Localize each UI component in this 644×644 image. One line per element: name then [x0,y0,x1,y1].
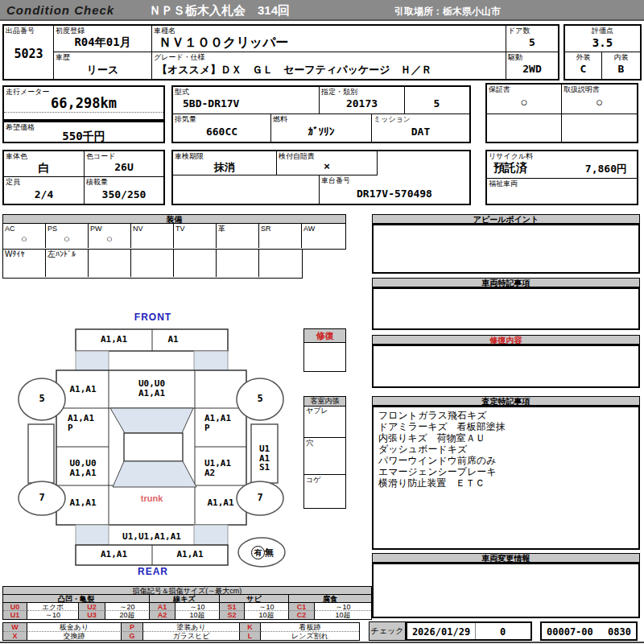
mark-rear-left: A1,A1 [57,498,109,508]
mark-front-bumper-left: A1,A1 [76,335,152,345]
odometer-box: 走行メーター 66,298km [2,85,165,121]
legend-value: 板金あり [27,623,122,632]
equipment-table: 装備 AC ○ PS ○ PW ○ NV TV 革 [2,214,346,279]
legend-group-corrosion: 腐食 [289,595,371,603]
check-time-value: 0830 [608,626,631,638]
class-value-1: 20173 [320,97,404,109]
legend-code: K [240,623,261,632]
mark-left-quarter-line1: U0,U0 [57,459,109,469]
equip-extra-7 [259,250,302,277]
repair-mark-box: 修復 [303,328,346,372]
legend-value: 10超 [315,611,371,619]
change-info-content [372,563,640,618]
mark-rear-bumper-left: A1,A1 [76,550,152,559]
recycle-status: 預託済 [493,161,527,175]
equip-value-ps: ○ [46,233,88,245]
mission-label: ミッション [374,115,411,123]
score-box: 評価点 3.5 外装 C 内装 B [564,24,642,80]
mark-hood-line1: U0,U0 [109,379,195,389]
cabin-item-tear-label: ヤブレ [306,407,328,415]
grade-cell: グレード・仕様 【オススメ】ＤＸ ＧＬ セーフティパッケージ Ｈ／Ｒ [152,52,506,79]
front-right-wheel-count: 5 [249,394,271,404]
legend-group-dent: 凸凹・亀裂 [3,595,150,603]
warranty-box: 保証書 ○ 取扱説明書 ○ [485,83,638,143]
equip-extra-4 [131,250,174,277]
warranty-label: 保証書 [489,85,510,93]
mark-right-quarter-line1: U1,A1 [204,459,231,469]
manual-cell: 取扱説明書 ○ [562,85,637,114]
drive-cell: 駆動 2WD [506,52,558,79]
legend-value: ～10 [245,603,289,611]
spare-yes-circled: 有 [251,546,265,559]
mark-right-door-line2: P [204,423,231,433]
cabin-item-burn: コゲ [304,474,345,508]
rear-left-wheel-count: 7 [31,493,53,503]
mark-right-quarter-line2: A2 [204,469,231,478]
legend-title: 損傷記号＆損傷サイズ(～最大cm) [3,587,371,595]
warranty-value: ○ [487,95,561,109]
first-reg-value: R04年01月 [54,35,151,50]
mark-front-bumper-right: A1 [152,335,194,345]
rear-window-shape [113,461,196,487]
legend-code: A1 [150,603,175,611]
mark-hood-line2: A1,A1 [109,389,195,398]
legend-code: L [240,632,261,640]
equip-cell-tv: TV [174,224,217,248]
mark-left-quarter-line2: A1,A1 [57,469,109,478]
warranty-cell: 保証書 ○ [487,85,562,114]
mark-left-quarter: U0,U0 A1,A1 [57,459,109,477]
welfare-cell: 福祉車両 [487,179,637,204]
legend-code: U0 [3,603,27,611]
front-left-wheel-count: 5 [31,394,53,404]
legend-value: ～10 [27,611,79,619]
mark-hood: U0,U0 A1,A1 [109,379,195,398]
lot-number-cell: 出品番号 5023 [4,26,54,79]
equip-label-ac: AC [5,225,15,233]
vin-empty-cell [173,175,320,204]
equipment-row2: Wﾀｲﾔ 左ﾊﾝﾄﾞﾙ [2,250,303,279]
mark-right-side-line3: S1 [251,463,278,473]
spec-box: 型式 5BD-DR17V 指定・類別 20173 5 排気量 660CC 燃料 … [171,85,471,143]
cabin-item-tear: ヤブレ [304,406,345,437]
equip-extra-1: Wﾀｲﾔ [3,250,46,277]
equip-cell-aw: AW [302,224,345,248]
equip-cell-ac: AC ○ [3,224,46,248]
front-left-corner-glass [76,351,109,371]
rear-right-wheel-count: 7 [249,493,271,503]
vin-label: 車台番号 [321,176,350,184]
manual-value: ○ [562,95,637,109]
lot-number-value: 5023 [4,47,53,61]
equip-cell-ps: PS ○ [46,224,89,248]
interior-label: 内装 [602,53,640,61]
model-name-value: ＮＶ１００クリッパー [159,35,289,52]
insurance-label: 検付自賠責 [279,152,315,160]
doors-label: ドア数 [508,27,530,35]
exterior-value: C [565,63,601,75]
capacity-cell: 定員 2/4 [4,177,85,204]
fuel-label: 燃料 [273,115,287,123]
assessment-line: 横滑り防止装置 ＥＴＣ [378,477,634,489]
equip-extra-3 [89,250,131,277]
capacity-label: 定員 [6,178,20,186]
color-code-cell: 色コード 26U [85,151,163,177]
legend-group-rust: サビ [220,595,289,603]
class-cell: 指定・類別 20173 5 [320,87,469,114]
assessment-line: パワーウインドウ前席のみ [378,455,634,466]
equipment-row1: AC ○ PS ○ PW ○ NV TV 革 SR [2,224,346,250]
check-date-box: 2026/01/29 0 [406,621,532,641]
grade-value: 【オススメ】ＤＸ ＧＬ セーフティパッケージ Ｈ／Ｒ [157,63,432,77]
recycle-cell: リサイクル料 預託済 7,860円 [487,151,637,179]
roof-shape [124,433,183,461]
repair-code-table: W 板金あり P 塗装あり K 看板跡 X 交換跡 G ガラスヒビ L レンズ割… [2,622,360,641]
equip-label-tv: TV [175,225,185,233]
mark-right-door-line1: A1,A1 [204,414,231,423]
inspection-cell: 車検期限 抹消 [173,151,277,175]
mark-right-door: A1,A1 P [204,414,231,432]
mark-left-fender: A1,A1 [57,385,109,394]
legend-value: 塗装あり [143,623,240,632]
fuel-value: ｶﾞｿﾘﾝ [271,126,371,138]
logo: Condition Check [6,3,114,17]
drive-value: 2WD [506,63,558,75]
legend-value: 看板跡 [261,623,359,632]
score-label: 評価点 [565,27,640,35]
